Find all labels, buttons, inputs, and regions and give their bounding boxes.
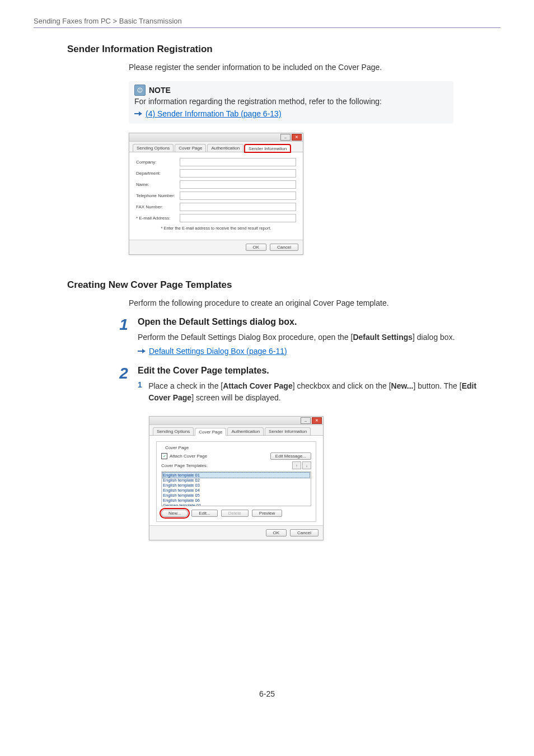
note-icon (134, 85, 146, 96)
cancel-button[interactable]: Cancel (270, 244, 298, 251)
field-label: Name: (136, 182, 180, 187)
sort-up-icon[interactable]: ↑ (292, 461, 301, 469)
text-input[interactable] (180, 192, 296, 200)
step2-title: Edit the Cover Page templates. (138, 366, 500, 376)
dialog-cover-page: – ✕ Sending OptionsCover PageAuthenticat… (149, 416, 324, 540)
cancel-button[interactable]: Cancel (290, 529, 318, 536)
tab-cover-page[interactable]: Cover Page (195, 428, 226, 436)
edit-button[interactable]: Edit... (191, 510, 217, 517)
tab-sending-options[interactable]: Sending Options (133, 144, 174, 152)
step1-title: Open the Default Settings dialog box. (138, 317, 500, 327)
divider (34, 27, 500, 28)
link-default-settings[interactable]: Default Settings Dialog Box (page 6-11) (149, 347, 287, 356)
field-label: * E-mail Address: (136, 216, 180, 221)
attach-cover-page-checkbox[interactable]: ✓ (161, 453, 167, 459)
step1-text: Perform the Default Settings Dialog Box … (138, 332, 500, 343)
minimize-icon[interactable]: – (280, 134, 291, 141)
field-label: Company: (136, 160, 180, 165)
breadcrumb: Sending Faxes from PC > Basic Transmissi… (34, 17, 500, 25)
close-icon[interactable]: ✕ (292, 134, 302, 141)
text-input[interactable] (180, 158, 296, 166)
list-item[interactable]: English template 01 (163, 473, 310, 478)
link-sender-info-tab[interactable]: (4) Sender Information Tab (page 6-13) (146, 109, 282, 118)
tab-sending-options[interactable]: Sending Options (153, 427, 194, 435)
minimize-icon[interactable]: – (301, 417, 311, 424)
step-number-1: 1 (118, 317, 130, 333)
dialog-sender-information: – ✕ Sending OptionsCover PageAuthenticat… (129, 133, 303, 255)
intro-create-templates: Perform the following procedure to creat… (129, 297, 500, 309)
tab-authentication[interactable]: Authentication (207, 144, 243, 152)
list-item[interactable]: English template 04 (163, 488, 310, 493)
text-input[interactable] (180, 203, 296, 211)
text-input[interactable] (180, 214, 296, 222)
substep-number-1: 1 (138, 380, 143, 407)
note-label: NOTE (149, 86, 171, 95)
arrow-right-icon (138, 348, 146, 354)
tab-cover-page[interactable]: Cover Page (175, 144, 206, 152)
text-input[interactable] (180, 169, 296, 178)
new-button[interactable]: New... (161, 510, 188, 517)
delete-button[interactable]: Delete (221, 510, 249, 517)
tab-sender-information[interactable]: Sender Information (265, 427, 311, 435)
attach-cover-page-label: Attach Cover Page (170, 454, 207, 459)
edit-message-button[interactable]: Edit Message... (270, 452, 311, 460)
tab-authentication[interactable]: Authentication (227, 427, 264, 435)
field-label: Department: (136, 171, 180, 176)
substep-text: Place a check in the [Attach Cover Page]… (148, 380, 500, 404)
intro-sender-info: Please register the sender information t… (129, 62, 500, 73)
list-item[interactable]: English template 05 (163, 493, 310, 498)
list-item[interactable]: German template 01 (163, 503, 310, 506)
sort-down-icon[interactable]: ↓ (302, 461, 311, 469)
note-body: For information regarding the registrati… (134, 97, 448, 106)
heading-sender-info: Sender Information Registration (67, 44, 500, 55)
close-icon[interactable]: ✕ (312, 417, 322, 424)
list-item[interactable]: English template 03 (163, 483, 310, 488)
page-number: 6-25 (34, 689, 500, 698)
list-item[interactable]: English template 06 (163, 498, 310, 503)
text-input[interactable] (180, 180, 296, 189)
svg-point-2 (139, 91, 140, 92)
fieldset-cover-page: Cover Page (163, 445, 190, 450)
template-list[interactable]: English template 01English template 02En… (161, 472, 311, 506)
heading-create-templates: Creating New Cover Page Templates (67, 279, 500, 291)
svg-marker-4 (139, 111, 142, 116)
step-number-2: 2 (118, 366, 130, 381)
field-label: FAX Number: (136, 204, 180, 209)
preview-button[interactable]: Preview (252, 510, 282, 517)
note-box: NOTE For information regarding the regis… (129, 81, 453, 124)
field-label: Telephone Number: (136, 193, 180, 198)
tab-sender-information[interactable]: Sender Information (245, 144, 291, 152)
list-item[interactable]: English template 02 (163, 478, 310, 483)
arrow-right-icon (134, 111, 142, 116)
dialog1-footnote: * Enter the E-mail address to receive th… (136, 226, 296, 231)
svg-marker-6 (142, 349, 146, 353)
ok-button[interactable]: OK (266, 529, 287, 536)
ok-button[interactable]: OK (246, 244, 267, 251)
